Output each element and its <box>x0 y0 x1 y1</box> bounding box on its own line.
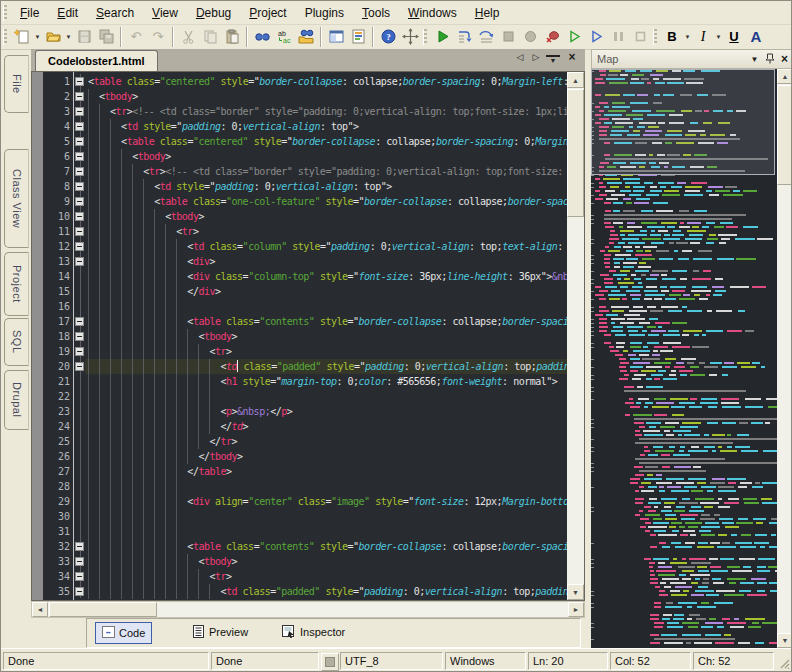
code-line[interactable]: 29<div align="center" class="image" styl… <box>32 494 567 509</box>
pin-icon[interactable] <box>762 53 777 66</box>
fold-collapse-icon[interactable] <box>75 197 84 206</box>
menu-file[interactable]: File <box>11 2 48 24</box>
menu-grip[interactable] <box>3 5 7 21</box>
fold-collapse-icon[interactable] <box>75 572 84 581</box>
code-line[interactable]: 16 <box>32 299 567 314</box>
fold-collapse-icon[interactable] <box>75 77 84 86</box>
find-button[interactable] <box>251 26 273 48</box>
menu-search[interactable]: Search <box>87 2 143 24</box>
panel-menu-icon[interactable]: ▼ <box>747 55 762 64</box>
minimap-canvas[interactable] <box>591 69 777 648</box>
code-line[interactable]: 22 <box>32 389 567 404</box>
code-line[interactable]: 7<tr><!-- <td class="border" style="padd… <box>32 164 567 179</box>
code-line[interactable]: 20<td class="padded" style="padding: 0;v… <box>32 359 567 374</box>
fold-collapse-icon[interactable] <box>75 587 84 596</box>
fold-collapse-icon[interactable] <box>75 227 84 236</box>
code-line[interactable]: 9<table class="one-col-feature" style="b… <box>32 194 567 209</box>
fold-collapse-icon[interactable] <box>75 182 84 191</box>
fold-collapse-icon[interactable] <box>75 557 84 566</box>
fold-column[interactable] <box>73 239 88 254</box>
cut-button[interactable] <box>177 26 199 48</box>
fold-column[interactable] <box>73 134 88 149</box>
code-line[interactable]: 17<table class="contents" style="border-… <box>32 314 567 329</box>
fold-collapse-icon[interactable] <box>75 257 84 266</box>
fold-column[interactable] <box>73 74 88 89</box>
fold-column[interactable] <box>73 179 88 194</box>
step-into-button[interactable] <box>453 26 475 48</box>
fold-collapse-icon[interactable] <box>75 122 84 131</box>
bold-button[interactable]: B <box>661 26 683 48</box>
fit-window-button[interactable] <box>399 26 421 48</box>
code-line[interactable]: 34<tr> <box>32 569 567 584</box>
italic-button[interactable]: I <box>692 26 714 48</box>
code-line[interactable]: 8<td style="padding: 0;vertical-align: t… <box>32 179 567 194</box>
fold-column[interactable] <box>73 314 88 329</box>
code-line[interactable]: 2<tbody> <box>32 89 567 104</box>
tab-list-icon[interactable]: ▼ <box>546 55 560 64</box>
sidebar-tab-sql[interactable]: SQL <box>4 318 29 366</box>
help-button[interactable]: ? <box>377 26 399 48</box>
start-without-debug-button[interactable] <box>585 26 607 48</box>
minimap-scroll-down-button[interactable]: ▼ <box>777 633 792 648</box>
code-line[interactable]: 15</div> <box>32 284 567 299</box>
sidebar-tab-drupal[interactable]: Drupal <box>4 370 29 430</box>
horizontal-scroll-thumb[interactable] <box>49 602 157 617</box>
menu-plugins[interactable]: Plugins <box>296 2 353 24</box>
fold-collapse-icon[interactable] <box>75 542 84 551</box>
fold-column[interactable] <box>73 344 88 359</box>
menu-help[interactable]: Help <box>466 2 509 24</box>
fold-collapse-icon[interactable] <box>75 212 84 221</box>
dropdown-arrow-icon[interactable]: ▼ <box>64 26 73 48</box>
scroll-left-button[interactable]: ◄ <box>32 602 48 617</box>
new-file-button[interactable] <box>11 26 33 48</box>
replace-button[interactable]: abac <box>273 26 295 48</box>
undo-button[interactable]: ↶ <box>125 26 147 48</box>
font-color-button[interactable]: A <box>745 26 767 48</box>
menu-debug[interactable]: Debug <box>187 2 240 24</box>
code-line[interactable]: 24</td> <box>32 419 567 434</box>
scroll-tabs-right-icon[interactable]: ▷ <box>529 52 543 62</box>
vertical-scroll-thumb[interactable] <box>567 89 584 217</box>
remove-breakpoint-button[interactable] <box>541 26 563 48</box>
sidebar-tab-project[interactable]: Project <box>4 252 29 316</box>
find-in-files-button[interactable] <box>295 26 317 48</box>
fold-column[interactable] <box>73 554 88 569</box>
menu-view[interactable]: View <box>143 2 187 24</box>
fold-column[interactable] <box>73 164 88 179</box>
fold-column[interactable] <box>73 539 88 554</box>
fold-collapse-icon[interactable] <box>75 137 84 146</box>
fold-column[interactable] <box>73 584 88 599</box>
code-line[interactable]: 31 <box>32 524 567 539</box>
code-line[interactable]: 30 <box>32 509 567 524</box>
code-line[interactable]: 6<tbody> <box>32 149 567 164</box>
resize-grip[interactable] <box>777 655 790 672</box>
save-all-button[interactable] <box>95 26 117 48</box>
fold-column[interactable] <box>73 254 88 269</box>
code-line[interactable]: 4<td style="padding: 0;vertical-align: t… <box>32 119 567 134</box>
document-tab[interactable]: Codelobster1.html <box>35 50 158 72</box>
scroll-tabs-left-icon[interactable]: ◁ <box>513 52 527 62</box>
menu-windows[interactable]: Windows <box>399 2 466 24</box>
toolbar-grip[interactable] <box>3 29 7 45</box>
fold-column[interactable] <box>73 329 88 344</box>
code-line[interactable]: 32<table class="contents" style="border-… <box>32 539 567 554</box>
editor-horizontal-scrollbar[interactable]: ◄ ► <box>31 601 585 618</box>
sidebar-tab-class-view[interactable]: Class View <box>4 149 29 248</box>
tab-preview[interactable]: Preview <box>186 622 254 642</box>
run-debug-button[interactable] <box>431 26 453 48</box>
fold-column[interactable] <box>73 104 88 119</box>
run-to-cursor-button[interactable] <box>563 26 585 48</box>
fold-column[interactable] <box>73 569 88 584</box>
record-macro-button[interactable] <box>519 26 541 48</box>
dropdown-arrow-icon[interactable]: ▼ <box>33 26 42 48</box>
code-line[interactable]: 18<tbody> <box>32 329 567 344</box>
fold-collapse-icon[interactable] <box>75 317 84 326</box>
code-line[interactable]: 11<tr> <box>32 224 567 239</box>
split-window-button[interactable] <box>325 26 347 48</box>
fold-collapse-icon[interactable] <box>75 92 84 101</box>
format-document-button[interactable] <box>347 26 369 48</box>
code-line[interactable]: 27</table> <box>32 464 567 479</box>
fold-collapse-icon[interactable] <box>75 362 84 371</box>
code-line[interactable]: 26</tbody> <box>32 449 567 464</box>
code-line[interactable]: 3<tr><!-- <td class="border" style="padd… <box>32 104 567 119</box>
